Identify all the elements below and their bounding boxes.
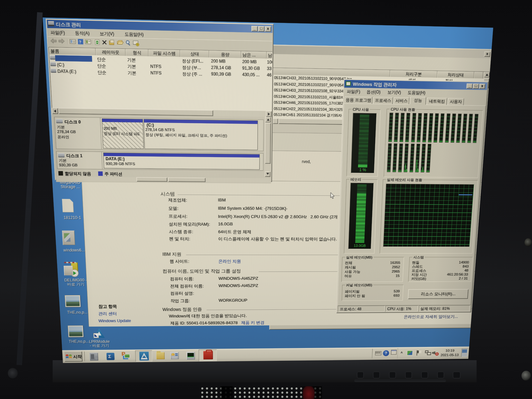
svg-text:?: ? — [79, 40, 81, 44]
